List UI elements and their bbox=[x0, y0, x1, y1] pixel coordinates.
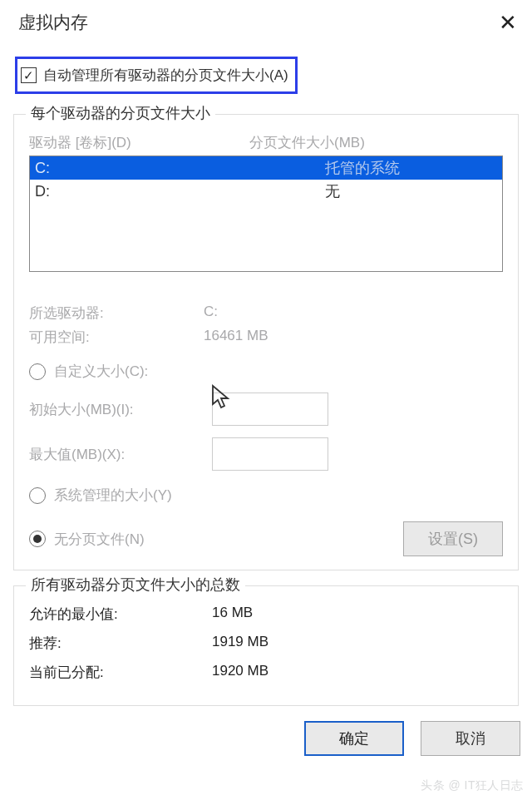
radio-custom-size[interactable] bbox=[29, 363, 46, 380]
col-header-drive: 驱动器 [卷标](D) bbox=[29, 133, 249, 152]
freespace-label: 可用空间: bbox=[29, 328, 204, 347]
drive-row[interactable]: C: 托管的系统 bbox=[30, 156, 502, 180]
drive-listbox[interactable]: C: 托管的系统 D: 无 bbox=[29, 156, 503, 272]
radio-system-managed[interactable] bbox=[29, 487, 46, 504]
radio-custom-label: 自定义大小(C): bbox=[54, 362, 148, 381]
drive-cell-size: 托管的系统 bbox=[325, 158, 502, 178]
auto-manage-highlight: ✓ 自动管理所有驱动器的分页文件大小(A) bbox=[15, 57, 298, 94]
radio-system-label: 系统管理的大小(Y) bbox=[54, 486, 172, 505]
close-icon[interactable]: ✕ bbox=[495, 10, 520, 36]
min-allowed-label: 允许的最小值: bbox=[29, 605, 212, 624]
drive-cell-label: D: bbox=[30, 183, 325, 200]
per-drive-legend: 每个驱动器的分页文件大小 bbox=[26, 103, 215, 123]
current-allocated-label: 当前已分配: bbox=[29, 663, 212, 682]
max-size-input[interactable] bbox=[212, 437, 328, 471]
radio-nofile-label: 无分页文件(N) bbox=[54, 530, 145, 549]
ok-button[interactable]: 确定 bbox=[304, 721, 404, 756]
recommended-value: 1919 MB bbox=[212, 634, 503, 653]
initial-size-input[interactable] bbox=[212, 393, 328, 426]
initial-size-label: 初始大小(MB)(I): bbox=[29, 400, 212, 419]
drive-cell-size: 无 bbox=[325, 181, 502, 201]
max-size-label: 最大值(MB)(X): bbox=[29, 445, 212, 464]
freespace-value: 16461 MB bbox=[204, 328, 503, 347]
min-allowed-value: 16 MB bbox=[212, 605, 503, 624]
auto-manage-checkbox[interactable]: ✓ bbox=[21, 67, 37, 83]
drive-row[interactable]: D: 无 bbox=[30, 180, 502, 203]
totals-section: 所有驱动器分页文件大小的总数 允许的最小值: 16 MB 推荐: 1919 MB… bbox=[13, 585, 519, 706]
per-drive-section: 每个驱动器的分页文件大小 驱动器 [卷标](D) 分页文件大小(MB) C: 托… bbox=[13, 114, 519, 570]
totals-legend: 所有驱动器分页文件大小的总数 bbox=[26, 575, 245, 595]
watermark-text: 头条 @ IT狂人日志 bbox=[421, 778, 524, 793]
drive-cell-label: C: bbox=[30, 160, 325, 177]
radio-no-paging[interactable] bbox=[29, 531, 46, 547]
set-button[interactable]: 设置(S) bbox=[403, 521, 503, 556]
cancel-button[interactable]: 取消 bbox=[421, 721, 520, 756]
current-allocated-value: 1920 MB bbox=[212, 663, 503, 682]
selected-drive-label: 所选驱动器: bbox=[29, 304, 204, 323]
col-header-size: 分页文件大小(MB) bbox=[249, 133, 503, 152]
window-title: 虚拟内存 bbox=[18, 11, 88, 34]
radio-dot-icon bbox=[33, 535, 42, 543]
selected-drive-value: C: bbox=[204, 304, 503, 323]
recommended-label: 推荐: bbox=[29, 634, 212, 653]
auto-manage-label: 自动管理所有驱动器的分页文件大小(A) bbox=[43, 66, 288, 85]
